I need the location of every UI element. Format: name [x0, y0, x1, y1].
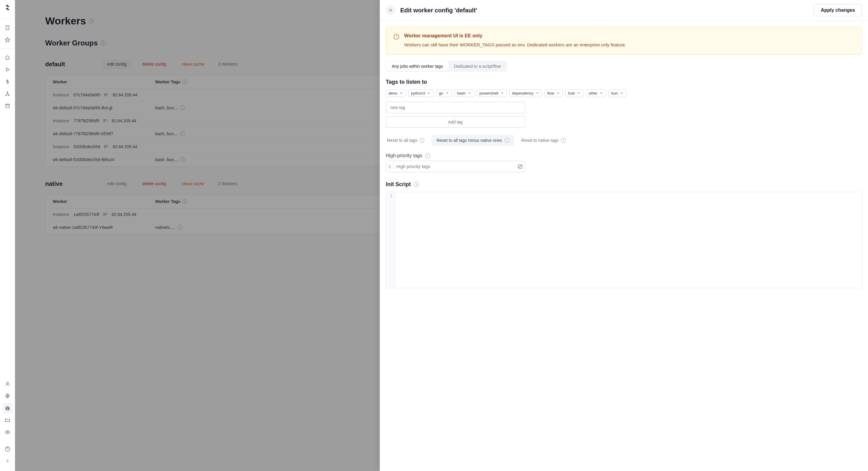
- svg-marker-1: [5, 38, 10, 42]
- tag-remove-icon[interactable]: [535, 91, 539, 95]
- user-icon[interactable]: [2, 379, 13, 389]
- info-icon: i: [561, 138, 566, 143]
- segment-any-jobs[interactable]: Any jobs within worker tags: [386, 61, 448, 71]
- reset-minus-native-button[interactable]: Reset to all tags minus native onesi: [432, 135, 514, 146]
- help-icon[interactable]: [2, 444, 13, 454]
- info-icon[interactable]: i: [414, 182, 418, 187]
- reset-all-tags-button[interactable]: Reset to all tagsi: [386, 136, 426, 145]
- eye-icon[interactable]: [2, 427, 13, 437]
- app-logo[interactable]: [3, 4, 12, 12]
- tag-label: deno: [389, 91, 397, 96]
- info-icon: i: [504, 138, 509, 143]
- high-priority-input[interactable]: [393, 161, 516, 171]
- tag-label: dependency: [512, 91, 533, 96]
- svg-point-10: [7, 408, 7, 409]
- svg-point-8: [7, 395, 8, 397]
- folder-icon[interactable]: [2, 415, 13, 425]
- warning-icon: [393, 34, 399, 40]
- tag-chip: bun: [609, 90, 627, 97]
- tag-remove-icon[interactable]: [399, 91, 403, 95]
- tag-chip: hub: [565, 90, 584, 97]
- alert-title: Worker management UI is EE only: [404, 33, 855, 38]
- tag-label: hub: [568, 91, 575, 96]
- tag-chip: deno: [386, 90, 406, 97]
- tag-remove-icon[interactable]: [556, 91, 560, 95]
- high-priority-label: High-priority tags: [386, 153, 422, 159]
- tag-remove-icon[interactable]: [620, 91, 624, 95]
- init-script-editor[interactable]: 1: [386, 192, 862, 288]
- tag-remove-icon[interactable]: [599, 91, 603, 95]
- svg-point-5: [8, 95, 9, 96]
- building-icon[interactable]: [2, 23, 13, 33]
- drawer-title: Edit worker config 'default': [400, 7, 809, 14]
- ee-alert: Worker management UI is EE only Workers …: [386, 27, 862, 55]
- nodes-icon[interactable]: [2, 89, 13, 99]
- tag-label: flow: [547, 91, 554, 96]
- tag-label: other: [589, 91, 598, 96]
- dollar-icon[interactable]: [2, 76, 13, 87]
- calendar-icon[interactable]: [2, 101, 13, 111]
- tag-label: powershell: [479, 91, 498, 96]
- tag-label: bun: [611, 91, 618, 96]
- new-tag-input[interactable]: [386, 102, 525, 113]
- tag-chip: bash: [455, 90, 474, 97]
- tags-section-label: Tags to listen to: [386, 79, 862, 85]
- star-icon[interactable]: [2, 35, 13, 45]
- tag-chip: other: [586, 90, 607, 97]
- tag-label: python3: [411, 91, 425, 96]
- tag-label: go: [439, 91, 443, 96]
- close-button[interactable]: [386, 5, 396, 15]
- tag-remove-icon[interactable]: [577, 91, 581, 95]
- svg-point-12: [7, 432, 8, 433]
- clear-icon[interactable]: [516, 164, 525, 169]
- tag-remove-icon[interactable]: [500, 91, 504, 95]
- svg-rect-0: [6, 26, 9, 30]
- job-mode-segmented: Any jobs within worker tags Dedicated to…: [386, 61, 507, 72]
- tag-chip: go: [436, 90, 452, 97]
- svg-point-3: [7, 92, 8, 93]
- home-icon[interactable]: [2, 53, 13, 63]
- svg-marker-2: [6, 68, 9, 71]
- segment-dedicated[interactable]: Dedicated to a script/flow: [448, 61, 506, 71]
- init-script-label: Init Script: [386, 181, 411, 188]
- info-icon[interactable]: i: [425, 153, 430, 158]
- tag-chip: powershell: [477, 90, 507, 97]
- gutter-line: 1: [389, 193, 393, 198]
- add-tag-button[interactable]: Add tag: [386, 116, 525, 128]
- gear-icon[interactable]: [2, 391, 13, 401]
- tag-remove-icon[interactable]: [427, 91, 431, 95]
- sort-chevrons-icon[interactable]: [386, 161, 393, 172]
- apply-changes-button[interactable]: Apply changes: [814, 4, 862, 16]
- tag-remove-icon[interactable]: [445, 91, 450, 95]
- svg-point-11: [8, 408, 8, 409]
- tag-chip: dependency: [509, 90, 542, 97]
- tag-chip: python3: [408, 90, 434, 97]
- alert-text: Workers can still have their WORKER_TAGS…: [404, 41, 855, 48]
- tag-remove-icon[interactable]: [467, 91, 472, 95]
- info-icon: i: [420, 138, 424, 143]
- tag-chip: flow: [545, 90, 563, 97]
- svg-point-4: [6, 95, 7, 96]
- svg-rect-6: [6, 104, 9, 108]
- tag-label: bash: [457, 91, 466, 96]
- play-icon[interactable]: [2, 64, 13, 75]
- svg-point-7: [7, 382, 8, 384]
- reset-native-tags-button[interactable]: Reset to native tagsi: [520, 136, 567, 145]
- expand-icon[interactable]: [2, 456, 13, 466]
- robot-icon[interactable]: [2, 403, 13, 413]
